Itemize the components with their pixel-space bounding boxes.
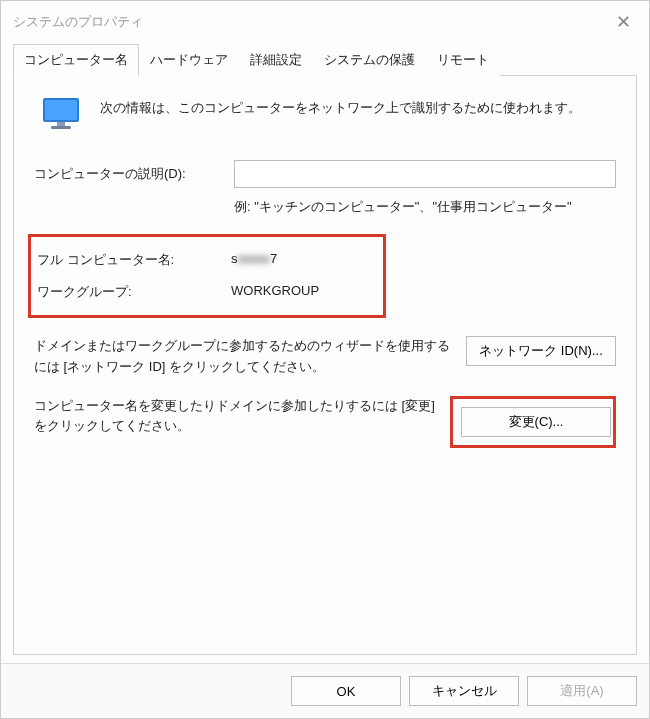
cancel-button[interactable]: キャンセル bbox=[409, 676, 519, 706]
close-icon[interactable]: ✕ bbox=[610, 11, 637, 33]
change-row: コンピューター名を変更したりドメインに参加したりするには [変更] をクリックし… bbox=[34, 396, 616, 448]
apply-button[interactable]: 適用(A) bbox=[527, 676, 637, 706]
tab-panel-computer-name: 次の情報は、このコンピューターをネットワーク上で識別するために使われます。 コン… bbox=[13, 76, 637, 655]
svg-rect-1 bbox=[45, 100, 77, 120]
change-button[interactable]: 変更(C)... bbox=[461, 407, 611, 437]
monitor-icon bbox=[40, 96, 82, 132]
tab-hardware[interactable]: ハードウェア bbox=[139, 44, 239, 76]
window-title: システムのプロパティ bbox=[13, 13, 143, 31]
full-computer-name-value: sxxxxx7 bbox=[231, 251, 277, 269]
intro-row: 次の情報は、このコンピューターをネットワーク上で識別するために使われます。 bbox=[34, 94, 616, 132]
tab-computer-name[interactable]: コンピューター名 bbox=[13, 44, 139, 76]
dialog-footer: OK キャンセル 適用(A) bbox=[1, 663, 649, 718]
workgroup-label: ワークグループ: bbox=[31, 283, 231, 301]
change-text: コンピューター名を変更したりドメインに参加したりするには [変更] をクリックし… bbox=[34, 396, 436, 438]
network-id-row: ドメインまたはワークグループに参加するためのウィザードを使用するには [ネットワ… bbox=[34, 336, 616, 378]
tab-remote[interactable]: リモート bbox=[426, 44, 500, 76]
description-input[interactable] bbox=[234, 160, 616, 188]
full-computer-name-label: フル コンピューター名: bbox=[31, 251, 231, 269]
tab-advanced[interactable]: 詳細設定 bbox=[239, 44, 313, 76]
description-label: コンピューターの説明(D): bbox=[34, 165, 234, 183]
ok-button[interactable]: OK bbox=[291, 676, 401, 706]
svg-rect-2 bbox=[57, 122, 65, 126]
description-row: コンピューターの説明(D): bbox=[34, 160, 616, 188]
tabs: コンピューター名 ハードウェア 詳細設定 システムの保護 リモート bbox=[13, 43, 637, 76]
network-id-button[interactable]: ネットワーク ID(N)... bbox=[466, 336, 616, 366]
description-example: 例: "キッチンのコンピューター"、"仕事用コンピューター" bbox=[234, 198, 616, 216]
workgroup-row: ワークグループ: WORKGROUP bbox=[31, 283, 375, 301]
workgroup-value: WORKGROUP bbox=[231, 283, 319, 301]
svg-rect-3 bbox=[51, 126, 71, 129]
highlight-info-box: フル コンピューター名: sxxxxx7 ワークグループ: WORKGROUP bbox=[28, 234, 386, 318]
titlebar: システムのプロパティ ✕ bbox=[1, 1, 649, 39]
network-id-text: ドメインまたはワークグループに参加するためのウィザードを使用するには [ネットワ… bbox=[34, 336, 452, 378]
full-computer-name-row: フル コンピューター名: sxxxxx7 bbox=[31, 251, 375, 269]
intro-text: 次の情報は、このコンピューターをネットワーク上で識別するために使われます。 bbox=[100, 94, 616, 118]
tab-system-protection[interactable]: システムの保護 bbox=[313, 44, 426, 76]
system-properties-window: システムのプロパティ ✕ コンピューター名 ハードウェア 詳細設定 システムの保… bbox=[0, 0, 650, 719]
highlight-change-box: 変更(C)... bbox=[450, 396, 616, 448]
content-area: コンピューター名 ハードウェア 詳細設定 システムの保護 リモート 次の情報は、… bbox=[1, 39, 649, 663]
